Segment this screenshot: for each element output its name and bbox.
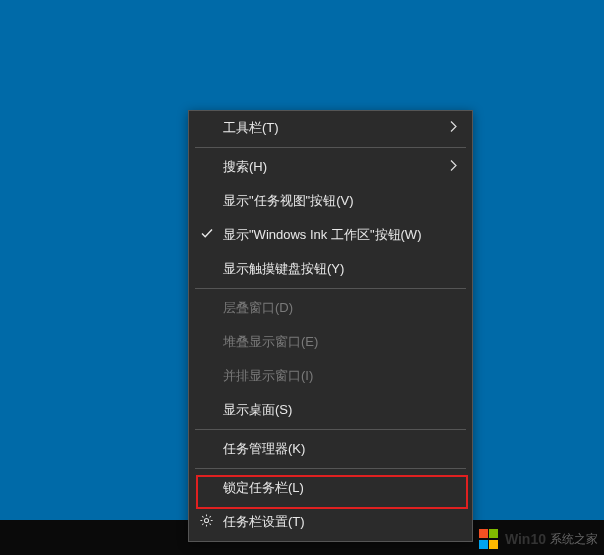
menu-item-task-manager[interactable]: 任务管理器(K) — [189, 432, 472, 466]
menu-item-side-by-side-windows: 并排显示窗口(I) — [189, 359, 472, 393]
watermark-sub: 系统之家 — [550, 531, 598, 548]
checkmark-icon — [201, 228, 213, 243]
menu-item-label: 工具栏(T) — [223, 119, 279, 137]
menu-item-label: 任务管理器(K) — [223, 440, 305, 458]
chevron-right-icon — [450, 121, 458, 136]
menu-item-label: 显示触摸键盘按钮(Y) — [223, 260, 344, 278]
menu-item-toolbars[interactable]: 工具栏(T) — [189, 111, 472, 145]
menu-item-cascade-windows: 层叠窗口(D) — [189, 291, 472, 325]
menu-item-label: 并排显示窗口(I) — [223, 367, 313, 385]
menu-item-label: 堆叠显示窗口(E) — [223, 333, 318, 351]
chevron-right-icon — [450, 160, 458, 175]
menu-item-label: 锁定任务栏(L) — [223, 479, 304, 497]
taskbar-context-menu: 工具栏(T) 搜索(H) 显示"任务视图"按钮(V) 显示"Windows In… — [188, 110, 473, 542]
menu-item-label: 显示"任务视图"按钮(V) — [223, 192, 354, 210]
watermark: Win10 系统之家 — [479, 529, 598, 549]
svg-point-0 — [204, 518, 208, 522]
menu-item-label: 搜索(H) — [223, 158, 267, 176]
menu-separator — [195, 288, 466, 289]
menu-item-show-taskview-button[interactable]: 显示"任务视图"按钮(V) — [189, 184, 472, 218]
menu-separator — [195, 429, 466, 430]
menu-item-label: 显示桌面(S) — [223, 401, 292, 419]
menu-item-show-touchkeyboard-button[interactable]: 显示触摸键盘按钮(Y) — [189, 252, 472, 286]
menu-item-show-ink-workspace-button[interactable]: 显示"Windows Ink 工作区"按钮(W) — [189, 218, 472, 252]
windows-logo-icon — [479, 529, 499, 549]
menu-item-label: 显示"Windows Ink 工作区"按钮(W) — [223, 226, 421, 244]
menu-item-lock-taskbar[interactable]: 锁定任务栏(L) — [189, 471, 472, 505]
menu-item-taskbar-settings[interactable]: 任务栏设置(T) — [189, 505, 472, 539]
menu-item-search[interactable]: 搜索(H) — [189, 150, 472, 184]
menu-item-show-desktop[interactable]: 显示桌面(S) — [189, 393, 472, 427]
menu-item-label: 层叠窗口(D) — [223, 299, 293, 317]
menu-item-stacked-windows: 堆叠显示窗口(E) — [189, 325, 472, 359]
menu-item-label: 任务栏设置(T) — [223, 513, 305, 531]
watermark-brand: Win10 — [505, 531, 546, 547]
menu-separator — [195, 147, 466, 148]
gear-icon — [199, 513, 214, 531]
menu-separator — [195, 468, 466, 469]
